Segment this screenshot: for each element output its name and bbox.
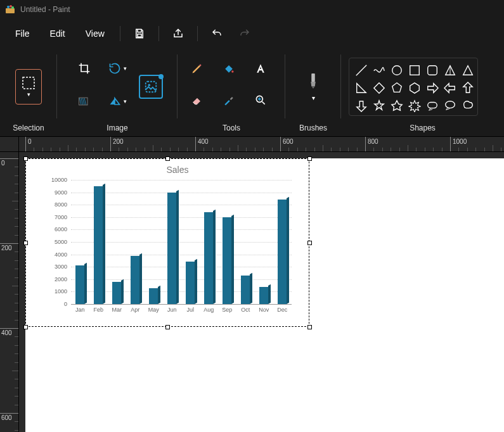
fill-tool[interactable] [216,56,242,81]
selection-marquee[interactable] [25,158,309,327]
ruler-h-label: 1000 [453,138,467,145]
shape-rounded-rectangle[interactable] [424,62,441,79]
canvas-viewport[interactable]: Sales 0100020003000400050006000700080009… [19,152,504,432]
share-button[interactable] [165,22,191,45]
shape-isoceles-triangle[interactable] [442,62,458,79]
crop-button[interactable] [72,56,97,81]
selection-rect-icon [22,76,36,90]
shape-line[interactable] [353,62,370,79]
ruler-h-label: 800 [368,138,378,145]
ribbon-group-brushes: ▾ Brushes [285,48,341,136]
ruler-v-label: 600 [1,414,12,421]
svg-rect-17 [428,102,437,108]
shape-right-triangle[interactable] [353,80,370,96]
chevron-down-icon: ▾ [27,91,30,98]
selection-handle[interactable] [165,156,170,161]
flip-button[interactable]: ▾ [105,89,130,114]
title-bar: Untitled - Paint [0,0,504,19]
svg-point-3 [11,6,14,9]
shape-four-point-star[interactable] [371,98,387,114]
selection-handle[interactable] [165,325,170,329]
menu-divider [158,26,159,41]
selection-handle[interactable] [23,325,28,329]
shape-oval[interactable] [389,62,405,79]
shape-arrow-right[interactable] [424,80,441,96]
eraser-tool[interactable] [184,87,210,113]
ribbon-label-tools: Tools [223,124,240,132]
app-icon [5,4,15,15]
workspace: 02004006008001000 0200400600 Sales 01000… [0,137,504,432]
shape-cloud[interactable] [460,98,476,114]
shape-curve[interactable] [371,62,387,79]
brushes-button[interactable]: ▾ [299,68,327,106]
save-button[interactable] [127,22,152,45]
selection-handle[interactable] [307,156,312,161]
menu-bar: File Edit View [0,19,504,48]
selection-handle[interactable] [23,156,28,161]
selection-handle[interactable] [23,241,28,245]
ruler-h-label: 600 [283,138,294,145]
shape-arrow-down[interactable] [353,98,370,114]
svg-point-8 [148,84,150,86]
svg-rect-5 [23,77,34,89]
svg-rect-11 [311,73,315,82]
ruler-horizontal: 02004006008001000 [19,137,504,152]
chevron-down-icon: ▾ [312,94,315,101]
rotate-button[interactable]: ▾ [105,56,130,81]
ruler-v-label: 200 [1,245,12,251]
svg-point-1 [7,6,10,8]
ruler-corner [0,137,19,152]
ruler-h-label: 400 [198,138,209,145]
shape-five-point-star[interactable] [389,98,405,114]
ruler-v-label: 0 [1,160,5,167]
undo-button[interactable] [204,22,229,45]
shape-rectangle[interactable] [406,62,423,79]
shape-diamond[interactable] [371,80,387,96]
selection-tool-button[interactable]: ▾ [15,69,42,105]
svg-rect-15 [428,65,437,75]
ribbon-group-shapes: Shapes [341,48,504,136]
svg-rect-7 [146,81,157,92]
ruler-h-label: 200 [113,138,124,145]
shapes-gallery[interactable] [349,58,478,116]
selection-handle[interactable] [307,325,312,329]
shape-triangle[interactable] [460,62,476,79]
svg-point-9 [231,70,233,72]
redo-button[interactable] [232,22,257,45]
notification-dot-icon [158,74,164,79]
shape-speech-rect[interactable] [424,98,441,114]
svg-rect-0 [6,8,15,13]
layers-button[interactable] [139,75,163,99]
ribbon-label-brushes: Brushes [299,124,327,132]
shape-six-point-star[interactable] [406,98,423,114]
ribbon: ▾ Selection ▾ ▾ [0,48,504,137]
pencil-tool[interactable] [184,56,210,81]
brush-icon [306,72,320,91]
shape-speech-oval[interactable] [442,98,458,114]
text-tool[interactable] [248,56,273,81]
shape-arrow-left[interactable] [442,80,458,96]
magnifier-tool[interactable] [248,87,273,113]
eyedropper-tool[interactable] [216,87,242,113]
svg-point-13 [392,65,402,75]
shape-pentagon[interactable] [389,80,405,96]
menu-view[interactable]: View [77,26,113,41]
invert-button[interactable] [72,89,97,114]
svg-point-18 [446,101,455,108]
menu-divider [120,26,120,41]
svg-rect-4 [138,34,141,37]
window-title: Untitled - Paint [20,5,70,14]
ribbon-label-shapes: Shapes [410,124,436,132]
ribbon-group-selection: ▾ Selection [0,48,57,136]
ribbon-group-image: ▾ ▾ Image [57,48,178,136]
selection-handle[interactable] [307,241,312,245]
menu-edit[interactable]: Edit [41,26,74,41]
svg-line-12 [356,65,366,75]
ruler-v-label: 400 [1,329,12,336]
menu-divider [197,26,198,41]
menu-file[interactable]: File [6,26,39,41]
shape-arrow-up[interactable] [460,80,476,96]
svg-rect-14 [410,65,420,75]
ribbon-label-selection: Selection [13,124,44,132]
shape-hexagon[interactable] [406,80,423,96]
